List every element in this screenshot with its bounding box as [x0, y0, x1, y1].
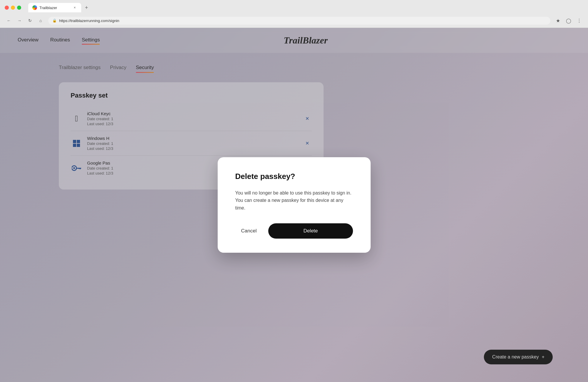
url-bar[interactable]: 🔒 https://trailblazerrunning.com/signin: [48, 17, 550, 25]
modal-body: You will no longer be able to use this p…: [235, 189, 353, 212]
close-traffic-light[interactable]: [5, 6, 9, 10]
tab-close-button[interactable]: ×: [72, 5, 77, 10]
back-button[interactable]: ←: [5, 16, 13, 25]
traffic-lights: [5, 6, 21, 10]
url-text: https://trailblazerrunning.com/signin: [59, 19, 119, 23]
home-button[interactable]: ⌂: [36, 16, 45, 25]
tab-bar: Trailblazer × +: [24, 3, 95, 12]
address-bar: ← → ↻ ⌂ 🔒 https://trailblazerrunning.com…: [0, 15, 588, 28]
menu-button[interactable]: ⋮: [575, 16, 583, 25]
maximize-traffic-light[interactable]: [17, 6, 21, 10]
profile-button[interactable]: ◯: [564, 16, 573, 25]
nav-buttons: ← → ↻ ⌂: [5, 16, 45, 25]
browser-actions: ★ ◯ ⋮: [554, 16, 583, 25]
tab-title: Trailblazer: [39, 6, 57, 10]
title-bar: Trailblazer × +: [0, 0, 588, 15]
delete-passkey-modal: Delete passkey? You will no longer be ab…: [218, 157, 371, 253]
new-tab-button[interactable]: +: [82, 4, 91, 12]
modal-title: Delete passkey?: [235, 172, 353, 181]
tab-favicon: [32, 5, 37, 10]
reload-button[interactable]: ↻: [26, 16, 34, 25]
browser-chrome: Trailblazer × + ← → ↻ ⌂ 🔒 https://trailb…: [0, 0, 588, 28]
bookmark-button[interactable]: ★: [554, 16, 562, 25]
lock-icon: 🔒: [52, 19, 57, 23]
minimize-traffic-light[interactable]: [11, 6, 15, 10]
forward-button[interactable]: →: [15, 16, 24, 25]
delete-button[interactable]: Delete: [268, 223, 353, 239]
browser-tab[interactable]: Trailblazer ×: [28, 3, 81, 12]
page-content: Overview Routines Settings TrailBlazer T…: [0, 28, 588, 382]
modal-overlay: Delete passkey? You will no longer be ab…: [0, 28, 588, 382]
modal-actions: Cancel Delete: [235, 223, 353, 239]
cancel-button[interactable]: Cancel: [235, 224, 263, 238]
